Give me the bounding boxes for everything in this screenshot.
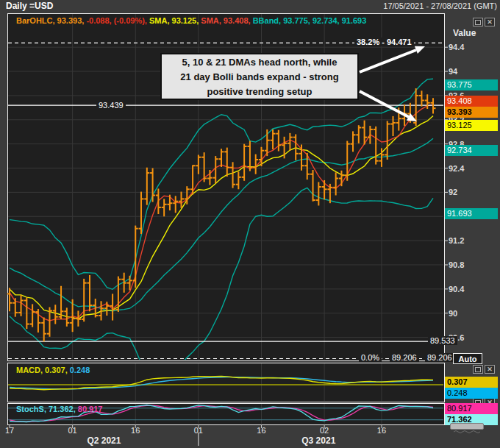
fib-0-value-label: 89.206 [390,353,419,362]
fib-382-label: 38.2% - 94.471 [354,38,414,46]
value-axis-title: Value [453,28,476,38]
annotation-line: 5, 10 & 21 DMAs head north, while [162,55,357,70]
hline-93439-label: 93.439 [96,101,126,110]
annotation-line: positive trending setup [162,85,357,99]
price-axis-tick-label: 90.8 [449,260,482,269]
restore-icon[interactable] [473,365,483,374]
price-badge: 93.775 [445,79,498,90]
price-badge: 93.393 [445,107,498,118]
price-legend: BarOHLC, 93.393, -0.088, (-0.09%), SMA, … [16,16,366,25]
fib-0-label: 0.0% [359,353,382,362]
price-badge: 93.408 [445,96,498,107]
legend-segment: SMA, 93.125, [149,16,201,25]
price-axis-tick-label: 90 [449,309,482,318]
time-axis-tick-label: 01 [62,426,84,435]
squiggle-icon [451,429,483,434]
close-icon[interactable]: ✕ [485,365,495,374]
time-axis-tick-label: 01 [188,426,210,435]
quarter-label: Q2 2021 [74,435,133,446]
legend-segment: BarOHLC, 93.393, [16,16,86,25]
legend-segment: StochS, 71.362, [16,405,78,413]
annotation-line: 21 day Bolli bands expand - strong [162,70,357,85]
chart-application: Daily =USD 17/05/2021 - 27/08/2021 (GMT)… [0,0,500,448]
price-axis-tick-label: 92.4 [449,164,482,173]
macd-legend: MACD, 0.307, 0.248 [16,366,90,374]
price-axis-tick-label: 90.4 [449,285,482,294]
annotation-text-box[interactable]: 5, 10 & 21 DMAs head north, while 21 day… [160,53,359,100]
stoch-legend: StochS, 71.362, 80.917 [16,405,102,413]
time-axis-tick-label: 02 [313,426,335,435]
price-badge: 91.693 [445,208,498,219]
time-axis-tick-label: 16 [371,426,393,435]
legend-segment: 0.248 [70,366,90,374]
price-badge: 93.125 [445,120,498,131]
fib-0-value-label: 89.206 [425,353,454,362]
price-badge: 92.734 [445,145,498,156]
time-axis-tick-label: 16 [124,426,146,435]
price-axis-tick-label: 92 [449,188,482,196]
restore-icon[interactable] [473,18,483,26]
auto-scale-button[interactable]: Auto [453,353,482,364]
date-range: 17/05/2021 - 27/08/2021 (GMT) [383,1,497,10]
chart-title: Daily =USD [6,1,53,11]
close-icon[interactable]: ✕ [485,18,495,26]
legend-segment: 80.917 [78,405,103,413]
macd-badge: 0.307 [445,377,498,388]
time-axis-tick-label: 17 [0,426,21,435]
price-axis-tick-label: 91.2 [449,236,482,245]
stoch-badge: 80.917 [445,403,498,414]
legend-segment: BBand, 93.775, 92.734, 91.693 [253,16,367,25]
macd-badge: 0.248 [445,388,498,399]
legend-segment: SMA, 93.408, [201,16,252,25]
price-axis-tick-label: 94 [449,67,482,76]
quarter-label: Q3 2021 [289,435,348,446]
price-axis-tick-label: 94.4 [449,43,482,51]
macd-panel-window-controls: ✕ [473,365,495,374]
time-axis-tick-label: 16 [250,426,272,435]
legend-segment: -0.088, (-0.09%), [86,16,149,25]
legend-segment: MACD, 0.307, [16,366,70,374]
price-panel-window-controls: ✕ [473,18,495,26]
scroll-handle[interactable] [450,423,484,430]
hline-89533-label: 89.533 [428,336,457,345]
